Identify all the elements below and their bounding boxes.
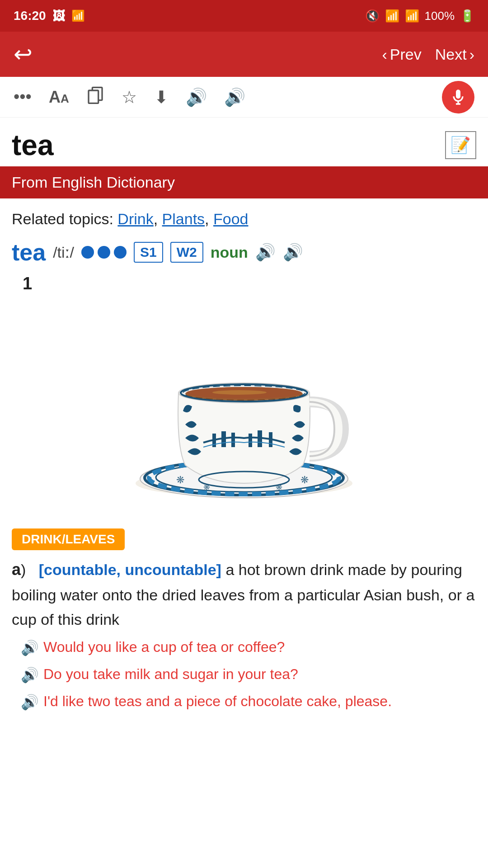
sense-marker: a [12, 560, 21, 579]
category-badge-area: DRINK/LEAVES [0, 524, 488, 557]
svg-text:❋: ❋ [276, 483, 282, 492]
status-image-icon: 🖼 [52, 9, 65, 24]
source-banner: From English Dictionary [0, 166, 488, 198]
word-heading: tea [12, 128, 54, 162]
prev-label: Prev [390, 46, 422, 63]
status-right-area: 🔇 📶 📶 100% 🔋 [365, 9, 475, 23]
status-time-area: 16:20 🖼 📶 [14, 9, 85, 24]
next-button[interactable]: Next › [435, 46, 474, 63]
example-2: 🔊 Do you take milk and sugar in your tea… [21, 663, 476, 686]
part-of-speech: noun [211, 244, 248, 261]
pronunciation-sound-us[interactable]: 🔊 [255, 243, 276, 262]
edit-button[interactable]: 📝 [445, 131, 476, 159]
svg-rect-10 [249, 434, 252, 447]
next-chevron-icon: › [469, 46, 474, 63]
battery-text: 100% [425, 9, 455, 23]
badge-w2[interactable]: W2 [170, 242, 203, 263]
entry-pronunciation: /tiː/ [53, 243, 74, 261]
battery-icon: 🔋 [460, 9, 474, 23]
example-3: 🔊 I'd like two teas and a piece of choco… [21, 690, 476, 713]
definition-text: a) [countable, uncountable] a hot brown … [12, 557, 476, 632]
entry-word: tea [12, 239, 46, 266]
font-size-icon[interactable]: AA [49, 88, 69, 107]
definition-area: a) [countable, uncountable] a hot brown … [0, 557, 488, 722]
wifi-icon: 📶 [385, 9, 399, 23]
nav-bar: ↩ ‹ Prev Next › [0, 32, 488, 77]
next-label: Next [435, 46, 467, 63]
signal-icon: 📶 [405, 9, 419, 23]
topic-food[interactable]: Food [213, 210, 249, 227]
tea-image-area: ❋ ❋ ❋ ❋ [0, 293, 488, 524]
status-bar: 16:20 🖼 📶 🔇 📶 📶 100% 🔋 [0, 0, 488, 32]
prev-button[interactable]: ‹ Prev [382, 46, 422, 63]
word-title-area: tea 📝 [0, 118, 488, 166]
example-1-text: Would you like a cup of tea or coffee? [43, 636, 285, 658]
word-entry-line: tea /tiː/ S1 W2 noun 🔊 🔊 [0, 234, 488, 270]
volume-high-icon[interactable]: 🔊 [224, 87, 245, 107]
related-label: Related topics: [12, 210, 113, 227]
volume-low-icon[interactable]: 🔊 [186, 87, 207, 107]
toolbar: ••• AA ☆ ⬇ 🔊 🔊 [0, 77, 488, 118]
syllable-dot-1 [81, 246, 94, 259]
example-2-text: Do you take milk and sugar in your tea? [43, 663, 298, 685]
related-topics: Related topics: Drink, Plants, Food [0, 206, 488, 234]
svg-point-18 [212, 390, 267, 395]
example-1: 🔊 Would you like a cup of tea or coffee? [21, 636, 476, 659]
badge-s1[interactable]: S1 [134, 242, 163, 263]
def-tags: [countable, uncountable] [39, 561, 221, 578]
tea-cup-illustration: ❋ ❋ ❋ ❋ [113, 302, 375, 510]
example-3-text: I'd like two teas and a piece of chocola… [43, 690, 392, 712]
topic-plants[interactable]: Plants [162, 210, 205, 227]
prev-chevron-icon: ‹ [382, 46, 387, 63]
download-icon[interactable]: ⬇ [154, 87, 169, 107]
mic-button[interactable] [442, 81, 474, 113]
example-2-sound-icon[interactable]: 🔊 [21, 664, 39, 686]
svg-rect-9 [231, 433, 235, 447]
nav-prev-next: ‹ Prev Next › [382, 46, 475, 63]
back-button[interactable]: ↩ [14, 41, 33, 67]
bookmark-icon[interactable]: ☆ [122, 87, 137, 107]
syllable-dot-2 [98, 246, 110, 259]
svg-rect-1 [89, 90, 99, 103]
svg-text:❋: ❋ [300, 474, 309, 486]
example-1-sound-icon[interactable]: 🔊 [21, 637, 39, 659]
example-3-sound-icon[interactable]: 🔊 [21, 691, 39, 713]
pronunciation-sound-uk[interactable]: 🔊 [283, 243, 303, 262]
more-options-icon[interactable]: ••• [14, 87, 32, 107]
status-sim-icon: 📶 [71, 9, 85, 22]
svg-text:❋: ❋ [176, 474, 184, 486]
syllable-dots [81, 246, 127, 259]
definition-number: 1 [0, 270, 488, 293]
status-time: 16:20 [14, 9, 46, 23]
copy-icon[interactable] [86, 86, 104, 108]
syllable-dot-3 [114, 246, 127, 259]
svg-text:❋: ❋ [203, 483, 210, 492]
mute-icon: 🔇 [365, 9, 380, 23]
topic-drink[interactable]: Drink [117, 210, 153, 227]
category-badge: DRINK/LEAVES [12, 528, 125, 550]
